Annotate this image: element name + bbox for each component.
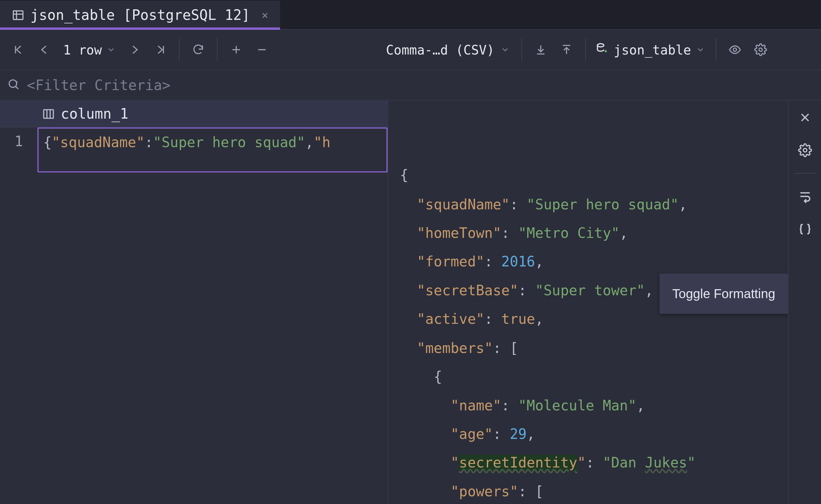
add-row-button[interactable]	[224, 37, 249, 63]
chevron-down-icon	[106, 42, 116, 57]
separator	[521, 38, 522, 61]
filter-input[interactable]: <Filter Criteria>	[27, 77, 171, 93]
separator	[217, 38, 218, 61]
tabstrip: json_table [PostgreSQL 12] ✕	[0, 0, 821, 29]
export-format-dropdown[interactable]: Comma-…d (CSV)	[380, 42, 515, 57]
filter-bar: <Filter Criteria>	[0, 70, 821, 101]
import-button[interactable]	[554, 37, 579, 63]
svg-rect-0	[13, 11, 23, 19]
separator	[794, 173, 816, 174]
table-header: column_1	[0, 101, 388, 128]
soft-wrap-button[interactable]	[792, 184, 817, 209]
svg-point-12	[597, 43, 604, 46]
column-header[interactable]: column_1	[38, 105, 388, 122]
viewer-settings-button[interactable]	[792, 138, 817, 163]
column-icon	[42, 107, 55, 120]
close-viewer-button[interactable]	[792, 105, 817, 130]
viewer-side-toolbar	[788, 101, 821, 504]
export-button[interactable]	[528, 37, 554, 63]
cell-json[interactable]: {"squadName":"Super hero squad","h	[38, 127, 388, 172]
separator	[716, 38, 716, 61]
tooltip: Toggle Formatting	[659, 273, 788, 314]
separator	[585, 38, 586, 61]
toolbar: 1 row Comma-…d (CSV)	[0, 29, 821, 70]
prev-page-button[interactable]	[31, 37, 57, 63]
svg-point-23	[803, 148, 807, 152]
table-ref-dropdown[interactable]: json_table	[591, 42, 710, 57]
svg-point-14	[733, 48, 737, 51]
svg-line-17	[16, 86, 18, 89]
row-number: 1	[0, 127, 38, 172]
reload-button[interactable]	[185, 37, 211, 63]
column-name: column_1	[61, 105, 129, 122]
results-table: column_1 1 {"squadName":"Super hero squa…	[0, 101, 388, 504]
next-page-button[interactable]	[122, 37, 148, 63]
table-row: 1 {"squadName":"Super hero squad","h	[0, 127, 388, 172]
export-format-label: Comma-…d (CSV)	[386, 42, 495, 57]
chevron-down-icon	[500, 42, 510, 57]
svg-point-13	[605, 50, 607, 52]
tab-json-table[interactable]: json_table [PostgreSQL 12] ✕	[0, 1, 280, 29]
row-count-label: 1 row	[63, 42, 102, 57]
search-icon[interactable]	[7, 78, 20, 93]
svg-point-16	[9, 80, 17, 87]
separator	[179, 38, 180, 61]
row-count-dropdown[interactable]: 1 row	[57, 42, 122, 57]
toggle-formatting-button[interactable]	[792, 217, 817, 241]
close-icon[interactable]: ✕	[262, 9, 268, 21]
json-viewer[interactable]: { "squadName": "Super hero squad", "home…	[388, 101, 788, 504]
svg-point-15	[759, 48, 762, 51]
view-button[interactable]	[722, 37, 748, 63]
first-page-button[interactable]	[6, 37, 31, 63]
remove-row-button[interactable]	[249, 37, 275, 63]
svg-rect-18	[44, 109, 53, 118]
last-page-button[interactable]	[148, 37, 173, 63]
settings-button[interactable]	[748, 37, 774, 63]
database-link-icon	[596, 42, 609, 57]
table-ref-label: json_table	[614, 42, 691, 57]
chevron-down-icon	[696, 42, 705, 57]
table-icon	[12, 8, 24, 21]
tab-title: json_table [PostgreSQL 12]	[30, 7, 250, 23]
